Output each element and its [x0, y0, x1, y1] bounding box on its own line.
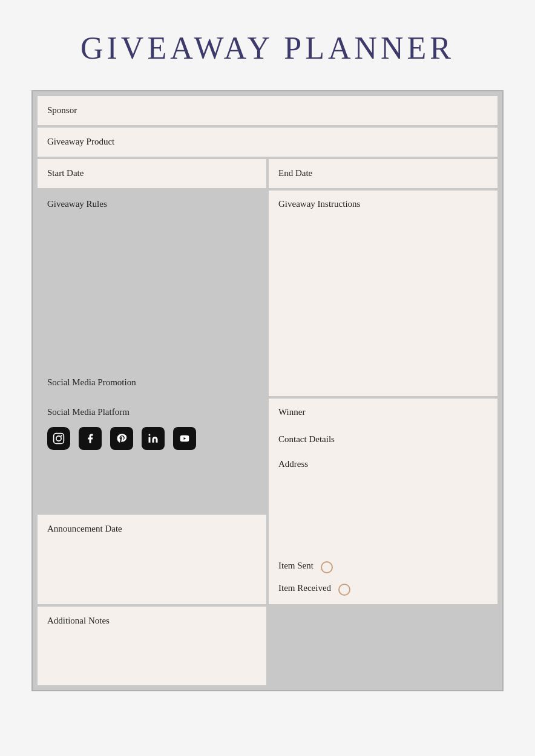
page-title: GIVEAWAY PLANNER: [80, 30, 455, 66]
start-date-field[interactable]: Start Date: [38, 159, 266, 188]
svg-point-3: [149, 434, 151, 436]
start-date-label: Start Date: [47, 168, 84, 178]
social-icons-row: [47, 427, 257, 450]
giveaway-product-field[interactable]: Giveaway Product: [38, 128, 497, 157]
linkedin-icon[interactable]: [142, 427, 165, 450]
social-media-platform-label: Social Media Platform: [47, 407, 257, 417]
instagram-icon[interactable]: [47, 427, 70, 450]
youtube-icon[interactable]: [173, 427, 196, 450]
item-sent-radio[interactable]: [321, 561, 333, 573]
facebook-icon[interactable]: [79, 427, 102, 450]
address-label: Address: [278, 459, 488, 469]
additional-notes-field[interactable]: Additional Notes: [38, 607, 266, 685]
additional-notes-label: Additional Notes: [47, 616, 110, 625]
announcement-date-field[interactable]: Announcement Date: [38, 515, 266, 604]
social-media-platform-section: Social Media Platform: [38, 399, 266, 512]
winner-section: Winner Contact Details Address Item Sent…: [269, 399, 497, 604]
giveaway-instructions-label: Giveaway Instructions: [278, 199, 488, 209]
contact-details-label: Contact Details: [278, 434, 488, 445]
giveaway-instructions-field[interactable]: Giveaway Instructions: [269, 191, 497, 396]
svg-point-1: [56, 436, 61, 441]
end-date-field[interactable]: End Date: [269, 159, 497, 188]
item-received-row: Item Received: [278, 583, 488, 596]
item-received-label: Item Received: [278, 583, 331, 593]
announcement-date-label: Announcement Date: [47, 524, 122, 533]
winner-label: Winner: [278, 407, 488, 417]
svg-point-2: [61, 435, 62, 437]
sponsor-label: Sponsor: [47, 105, 77, 115]
item-sent-label: Item Sent: [278, 561, 313, 571]
social-media-promotion-label: Social Media Promotion: [47, 365, 257, 388]
svg-rect-0: [54, 434, 64, 444]
planner-form: Sponsor Giveaway Product Start Date End …: [31, 90, 504, 691]
pinterest-icon[interactable]: [110, 427, 133, 450]
giveaway-rules-label: Giveaway Rules: [47, 199, 257, 209]
giveaway-rules-field[interactable]: Giveaway Rules Social Media Promotion: [38, 191, 266, 396]
sponsor-field[interactable]: Sponsor: [38, 96, 497, 125]
item-received-radio[interactable]: [338, 584, 350, 596]
item-sent-row: Item Sent: [278, 561, 488, 573]
end-date-label: End Date: [278, 168, 312, 178]
giveaway-product-label: Giveaway Product: [47, 137, 114, 146]
